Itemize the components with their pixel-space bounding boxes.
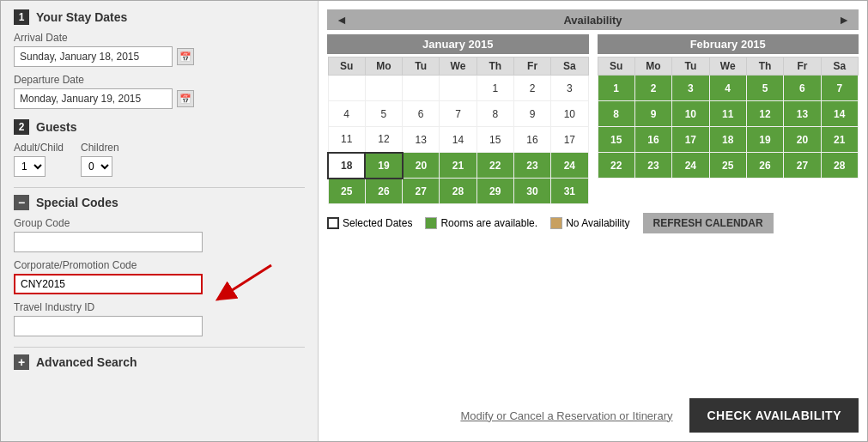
list-item[interactable]: 13 — [784, 101, 821, 127]
jan-sun-header: Su — [328, 58, 365, 76]
feb-fri-header: Fr — [784, 58, 821, 76]
selected-legend-label: Selected Dates — [343, 217, 412, 229]
list-item[interactable]: 25 — [709, 153, 746, 179]
list-item[interactable]: 13 — [403, 127, 440, 153]
list-item[interactable]: 12 — [365, 127, 402, 153]
january-calendar: January 2015 Su Mo Tu We Th Fr Sa — [327, 34, 589, 204]
availability-header: ◄ Availability ► — [327, 9, 859, 30]
list-item[interactable]: 10 — [551, 101, 588, 127]
list-item[interactable]: 14 — [821, 101, 858, 127]
list-item[interactable]: 27 — [403, 179, 440, 204]
special-codes-title: Special Codes — [36, 196, 118, 209]
children-select[interactable]: 0123 — [81, 156, 112, 177]
list-item[interactable]: 18 — [709, 127, 746, 153]
list-item[interactable]: 7 — [440, 101, 476, 127]
promo-code-input[interactable] — [14, 274, 203, 294]
list-item[interactable]: 6 — [403, 101, 440, 127]
prev-month-btn[interactable]: ◄ — [336, 13, 348, 27]
list-item[interactable]: 7 — [821, 76, 858, 101]
list-item[interactable]: 27 — [784, 153, 821, 179]
list-item[interactable]: 28 — [821, 153, 858, 179]
list-item[interactable]: 19 — [746, 127, 783, 153]
departure-date-input[interactable] — [14, 88, 173, 109]
list-item[interactable]: 11 — [709, 101, 746, 127]
calendars-row: January 2015 Su Mo Tu We Th Fr Sa — [327, 34, 859, 204]
list-item[interactable]: 10 — [672, 101, 709, 127]
list-item[interactable]: 11 — [328, 127, 365, 153]
list-item[interactable]: 1 — [476, 76, 513, 101]
check-availability-btn[interactable]: CHECK AVAILABILITY — [689, 398, 859, 433]
table-row: 18192021222324 — [328, 153, 588, 179]
arrival-date-input[interactable] — [14, 46, 173, 67]
list-item[interactable]: 21 — [821, 127, 858, 153]
list-item[interactable]: 23 — [513, 153, 550, 179]
list-item[interactable]: 19 — [365, 153, 402, 179]
adult-child-group: Adult/Child 1234 — [14, 142, 64, 177]
list-item[interactable]: 16 — [513, 127, 550, 153]
list-item[interactable]: 4 — [328, 101, 365, 127]
list-item[interactable]: 17 — [551, 127, 588, 153]
list-item[interactable]: 29 — [476, 179, 513, 204]
list-item[interactable]: 16 — [634, 127, 671, 153]
list-item[interactable]: 8 — [598, 101, 634, 127]
list-item[interactable]: 22 — [476, 153, 513, 179]
group-code-input[interactable] — [14, 232, 203, 252]
list-item[interactable]: 8 — [476, 101, 513, 127]
available-legend: Rooms are available. — [425, 217, 537, 229]
list-item[interactable]: 17 — [672, 127, 709, 153]
list-item[interactable]: 24 — [672, 153, 709, 179]
list-item[interactable]: 26 — [746, 153, 783, 179]
section1-num: 1 — [14, 9, 29, 25]
list-item[interactable]: 5 — [746, 76, 783, 101]
february-grid: Su Mo Tu We Th Fr Sa 1234567891011121314… — [598, 57, 859, 179]
refresh-calendar-btn[interactable]: REFRESH CALENDAR — [643, 213, 774, 233]
list-item[interactable]: 30 — [513, 179, 550, 204]
next-month-btn[interactable]: ► — [838, 13, 850, 27]
departure-date-group: Departure Date 📅 — [14, 74, 305, 109]
modify-reservation-link[interactable]: Modify or Cancel a Reservation or Itiner… — [460, 409, 672, 422]
list-item[interactable]: 18 — [328, 153, 365, 179]
february-body: 1234567891011121314151617181920212223242… — [598, 76, 859, 179]
list-item[interactable]: 20 — [403, 153, 440, 179]
bottom-row: Modify or Cancel a Reservation or Itiner… — [327, 390, 859, 433]
list-item[interactable]: 20 — [784, 127, 821, 153]
list-item[interactable]: 3 — [672, 76, 709, 101]
collapse-special-codes-btn[interactable]: − — [14, 195, 29, 210]
no-avail-legend-box — [550, 217, 562, 229]
list-item[interactable]: 15 — [476, 127, 513, 153]
travel-id-input[interactable] — [14, 316, 203, 336]
list-item[interactable]: 5 — [365, 101, 402, 127]
arrival-calendar-icon[interactable]: 📅 — [177, 48, 194, 65]
list-item[interactable]: 4 — [709, 76, 746, 101]
list-item[interactable]: 6 — [784, 76, 821, 101]
expand-advanced-btn[interactable]: + — [14, 354, 29, 370]
feb-sat-header: Sa — [821, 58, 858, 76]
list-item[interactable]: 21 — [440, 153, 476, 179]
feb-mon-header: Mo — [634, 58, 671, 76]
list-item[interactable]: 15 — [598, 127, 634, 153]
promo-code-group: Corporate/Promotion Code — [14, 259, 305, 294]
list-item[interactable]: 23 — [634, 153, 671, 179]
list-item[interactable]: 24 — [551, 153, 588, 179]
list-item[interactable]: 12 — [746, 101, 783, 127]
main-container: 1 Your Stay Dates Arrival Date 📅 Departu… — [0, 0, 868, 442]
list-item[interactable]: 2 — [634, 76, 671, 101]
list-item[interactable]: 31 — [551, 179, 588, 204]
list-item[interactable]: 2 — [513, 76, 550, 101]
list-item[interactable]: 26 — [365, 179, 402, 204]
list-item[interactable]: 28 — [440, 179, 476, 204]
list-item[interactable]: 1 — [598, 76, 634, 101]
adult-child-select[interactable]: 1234 — [14, 156, 46, 177]
list-item[interactable]: 22 — [598, 153, 634, 179]
advanced-search-header: + Advanced Search — [14, 347, 305, 370]
section1-header: 1 Your Stay Dates — [14, 9, 305, 25]
departure-calendar-icon[interactable]: 📅 — [177, 90, 194, 107]
children-group: Children 0123 — [81, 142, 119, 177]
list-item[interactable]: 25 — [328, 179, 365, 204]
list-item[interactable]: 3 — [551, 76, 588, 101]
list-item[interactable]: 9 — [513, 101, 550, 127]
group-code-label: Group Code — [14, 217, 305, 229]
list-item[interactable]: 9 — [634, 101, 671, 127]
available-legend-label: Rooms are available. — [440, 217, 537, 229]
list-item[interactable]: 14 — [440, 127, 476, 153]
